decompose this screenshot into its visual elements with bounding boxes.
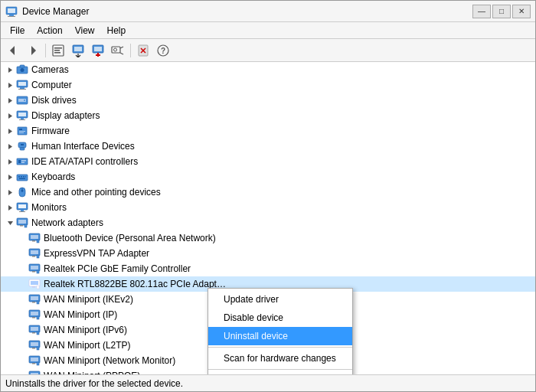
context-menu-item-update[interactable]: Update driver: [208, 290, 352, 309]
expand-btn-realtek-gbe[interactable]: [16, 263, 28, 275]
expand-btn-wan-ikev2[interactable]: [16, 293, 28, 305]
expand-btn-expressvpn[interactable]: [16, 247, 28, 260]
tree-item-network-adapters[interactable]: Network adapters: [1, 215, 535, 230]
svg-rect-100: [37, 316, 39, 319]
expand-btn-ide[interactable]: [4, 155, 16, 168]
svg-rect-107: [31, 342, 38, 346]
svg-rect-62: [25, 176, 26, 178]
minimize-button[interactable]: —: [472, 5, 491, 18]
toolbar-separator-1: [45, 44, 46, 57]
svg-line-18: [120, 53, 123, 54]
menu-action[interactable]: Action: [31, 24, 68, 38]
svg-rect-55: [21, 160, 26, 162]
menu-view[interactable]: View: [69, 24, 101, 38]
context-menu-item-scan[interactable]: Scan for hardware changes: [208, 349, 352, 368]
expand-btn-wan-monitor[interactable]: [16, 354, 28, 367]
expand-btn-network-adapters[interactable]: [4, 217, 16, 229]
tree-item-hid[interactable]: Human Interface Devices: [1, 139, 535, 154]
disk-icon: [16, 94, 28, 106]
expand-btn-wan-l2tp[interactable]: [16, 339, 28, 351]
tree-item-expressvpn[interactable]: ExpressVPN TAP Adapter: [1, 246, 535, 261]
svg-marker-29: [8, 83, 12, 88]
expand-btn-monitors[interactable]: [4, 201, 16, 214]
forward-button[interactable]: [24, 42, 42, 59]
scan-hardware-button[interactable]: [109, 42, 127, 59]
hid-icon: [16, 140, 28, 152]
delete-button[interactable]: [134, 42, 152, 59]
expand-btn-computer[interactable]: [4, 79, 16, 91]
net-device-icon: [28, 370, 41, 374]
svg-rect-50: [21, 144, 24, 145]
menu-help[interactable]: Help: [101, 24, 132, 38]
expand-btn-wan-pppoe[interactable]: [16, 370, 28, 374]
tree-item-ide[interactable]: IDE ATA/ATAPI controllers: [1, 154, 535, 169]
svg-rect-9: [54, 52, 60, 54]
tree-item-keyboards[interactable]: Keyboards: [1, 169, 535, 185]
tree-item-realtek-gbe[interactable]: Realtek PCIe GbE Family Controller: [1, 261, 535, 276]
expand-btn-realtek-wifi[interactable]: [16, 278, 28, 290]
svg-rect-99: [31, 312, 38, 315]
tree-item-monitors[interactable]: Monitors: [1, 200, 535, 215]
svg-marker-68: [8, 205, 12, 211]
tree-item-computer[interactable]: Computer: [1, 77, 535, 93]
expand-btn-wan-ip[interactable]: [16, 309, 28, 321]
menu-file[interactable]: File: [4, 24, 31, 38]
expand-btn-cameras[interactable]: [4, 64, 16, 76]
context-menu-item-properties[interactable]: Properties: [208, 371, 352, 374]
tree-label-display-adapters: Display adapters: [31, 110, 100, 121]
svg-rect-75: [18, 220, 26, 224]
expand-btn-mice[interactable]: [4, 186, 16, 198]
svg-rect-105: [32, 332, 35, 334]
context-menu-item-disable[interactable]: Disable device: [208, 309, 352, 327]
svg-rect-51: [20, 148, 25, 150]
context-menu-separator: [208, 369, 352, 370]
svg-rect-61: [23, 176, 25, 178]
tree-label-realtek-wifi: Realtek RTL8822BE 802.11ac PCIe Adapt…: [44, 279, 226, 289]
svg-rect-41: [21, 118, 24, 119]
expand-btn-bluetooth[interactable]: [16, 232, 28, 244]
context-menu-item-uninstall[interactable]: Uninstall device: [208, 327, 352, 345]
svg-text:?: ?: [161, 47, 165, 55]
maximize-button[interactable]: □: [492, 5, 511, 18]
svg-point-37: [24, 100, 25, 101]
svg-rect-40: [18, 113, 26, 116]
tree-label-computer: Computer: [31, 80, 72, 90]
tree-label-keyboards: Keyboards: [31, 172, 75, 182]
expand-btn-firmware[interactable]: [4, 125, 16, 137]
tree-label-wan-monitor: WAN Miniport (Network Monitor): [44, 355, 175, 366]
svg-rect-79: [31, 235, 38, 239]
svg-marker-34: [8, 98, 12, 103]
tree-item-mice[interactable]: Mice and other pointing devices: [1, 185, 535, 200]
device-tree[interactable]: CamerasComputerDisk drivesDisplay adapte…: [1, 62, 535, 374]
svg-rect-2: [9, 15, 14, 16]
net-device-icon: [28, 309, 41, 321]
svg-rect-85: [32, 256, 35, 257]
uninstall-button[interactable]: [89, 42, 107, 59]
help-button[interactable]: ?: [154, 42, 172, 59]
expand-btn-keyboards[interactable]: [4, 171, 16, 183]
svg-rect-101: [32, 317, 35, 318]
expand-btn-display-adapters[interactable]: [4, 109, 16, 122]
back-button[interactable]: [4, 42, 22, 59]
expand-btn-disk-drives[interactable]: [4, 94, 16, 106]
tree-label-mice: Mice and other pointing devices: [31, 187, 161, 198]
properties-button[interactable]: [49, 42, 67, 59]
svg-rect-33: [18, 89, 26, 90]
tree-label-monitors: Monitors: [31, 202, 67, 213]
update-driver-button[interactable]: [69, 42, 87, 59]
svg-line-17: [120, 47, 123, 48]
tree-item-bluetooth[interactable]: Bluetooth Device (Personal Area Network): [1, 230, 535, 246]
tree-label-expressvpn: ExpressVPN TAP Adapter: [44, 248, 149, 259]
svg-rect-71: [21, 210, 24, 211]
svg-rect-63: [19, 178, 25, 180]
net-device-icon: [28, 354, 41, 367]
tree-item-disk-drives[interactable]: Disk drives: [1, 93, 535, 108]
tree-item-cameras[interactable]: Cameras: [1, 62, 535, 77]
tree-item-firmware[interactable]: Firmware: [1, 123, 535, 139]
net-device-icon: [28, 232, 41, 244]
close-button[interactable]: ✕: [512, 5, 531, 18]
svg-marker-4: [10, 46, 15, 55]
expand-btn-hid[interactable]: [4, 140, 16, 152]
expand-btn-wan-ipv6[interactable]: [16, 324, 28, 336]
tree-item-display-adapters[interactable]: Display adapters: [1, 108, 535, 123]
